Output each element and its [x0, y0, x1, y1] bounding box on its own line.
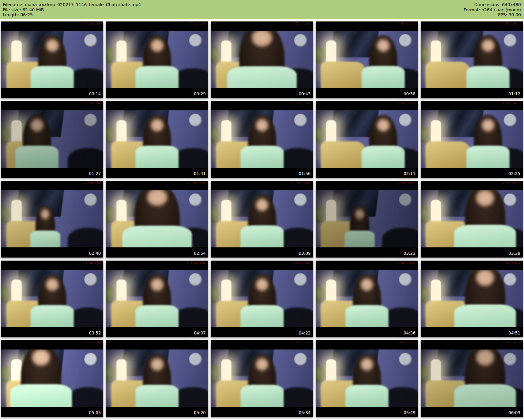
shirt-silhouette: [135, 385, 179, 407]
dark-chair: [382, 228, 418, 247]
video-thumbnail[interactable]: © Chaturbate 00:14: [1, 21, 103, 98]
video-frame-placeholder: [106, 110, 208, 168]
person-placeholder: [238, 115, 285, 168]
watermark: © Chaturbate: [397, 342, 415, 344]
watermark: © Chaturbate: [292, 102, 310, 105]
person-placeholder: [344, 206, 376, 247]
watermark: © Chaturbate: [187, 262, 206, 264]
wall-clock-icon: [84, 193, 97, 206]
plant: [316, 47, 325, 64]
watermark: © Chaturbate: [292, 342, 310, 344]
wall-clock-icon: [294, 193, 307, 206]
plant: [211, 365, 220, 383]
person-placeholder: [344, 354, 390, 407]
video-thumbnail[interactable]: © Chaturbate 05:34: [211, 340, 313, 417]
watermark: © Chaturbate: [397, 182, 415, 185]
video-thumbnail[interactable]: © Chaturbate 03:09: [211, 181, 313, 258]
video-thumbnail[interactable]: © Chaturbate 04:22: [211, 261, 313, 337]
timestamp-label: 03:52: [89, 331, 101, 335]
video-thumbnail[interactable]: © Chaturbate 04:51: [421, 261, 523, 337]
shirt-silhouette: [31, 305, 74, 327]
dimensions-line: Dimensions: 640x480: [463, 2, 521, 7]
watermark: © Chaturbate: [187, 342, 206, 344]
video-thumbnail[interactable]: © Chaturbate 01:12: [421, 21, 523, 98]
video-thumbnail[interactable]: © Chaturbate 02:40: [1, 181, 103, 258]
video-frame-placeholder: [211, 190, 313, 247]
video-thumbnail[interactable]: © Chaturbate 05:49: [316, 340, 418, 417]
video-thumbnail[interactable]: © Chaturbate 03:52: [1, 261, 103, 337]
person-placeholder: [120, 190, 195, 247]
shirt-silhouette: [10, 384, 72, 407]
video-thumbnail[interactable]: © Chaturbate 02:54: [106, 181, 208, 258]
watermark: © Chaturbate: [502, 102, 520, 105]
plant: [421, 365, 430, 383]
watermark: © Chaturbate: [82, 102, 101, 105]
file-info-header: Filename: diana_xxxforu_020217_1146_fema…: [0, 0, 524, 19]
watermark: © Chaturbate: [82, 262, 101, 264]
plant: [316, 286, 325, 303]
plant: [421, 206, 430, 223]
person-placeholder: [29, 206, 62, 247]
wall-clock-icon: [189, 273, 202, 286]
watermark: © Chaturbate: [292, 262, 310, 264]
video-thumbnail[interactable]: © Chaturbate 01:41: [106, 101, 208, 178]
video-frame-placeholder: [1, 349, 103, 407]
timestamp-label: 01:27: [89, 171, 101, 176]
video-thumbnail[interactable]: © Chaturbate 01:56: [211, 101, 313, 178]
video-thumbnail[interactable]: © Chaturbate 04:36: [316, 261, 418, 337]
video-thumbnail[interactable]: © Chaturbate 05:05: [1, 340, 103, 417]
dark-chair: [68, 148, 104, 168]
timestamp-label: 04:36: [404, 331, 416, 335]
plant: [106, 206, 115, 223]
video-thumbnail[interactable]: © Chaturbate 00:29: [106, 21, 208, 98]
shirt-silhouette: [240, 305, 283, 327]
video-frame-placeholder: [421, 31, 523, 88]
person-placeholder: [29, 274, 76, 327]
watermark: © Chaturbate: [502, 182, 520, 185]
watermark: © Chaturbate: [502, 342, 520, 344]
watermark: © Chaturbate: [292, 23, 310, 25]
armchair: [426, 141, 471, 168]
shirt-silhouette: [345, 231, 375, 247]
fps-line: FPS: 30.00: [463, 12, 521, 17]
watermark: © Chaturbate: [82, 182, 101, 185]
person-placeholder: [465, 115, 511, 168]
video-thumbnail[interactable]: © Chaturbate 03:23: [316, 181, 418, 258]
video-thumbnail[interactable]: © Chaturbate 05:20: [106, 340, 208, 417]
video-thumbnail[interactable]: © Chaturbate 02:11: [316, 101, 418, 178]
timestamp-label: 01:41: [194, 171, 206, 176]
person-placeholder: [134, 35, 180, 88]
wall-clock-icon: [399, 353, 412, 366]
video-frame-placeholder: [106, 190, 208, 247]
video-frame-placeholder: [421, 110, 523, 168]
watermark: © Chaturbate: [82, 342, 101, 344]
video-thumbnail[interactable]: © Chaturbate 00:58: [316, 21, 418, 98]
shirt-silhouette: [362, 146, 405, 168]
shirt-silhouette: [15, 146, 59, 168]
person-placeholder: [134, 115, 180, 168]
person-placeholder: [134, 274, 180, 327]
timestamp-label: 05:49: [404, 410, 416, 415]
video-thumbnail[interactable]: © Chaturbate 04:07: [106, 261, 208, 337]
video-thumbnail[interactable]: © Chaturbate 02:25: [421, 101, 523, 178]
video-thumbnail[interactable]: © Chaturbate 00:43: [211, 21, 313, 98]
plant: [1, 206, 10, 223]
shirt-silhouette: [135, 66, 179, 88]
video-thumbnail[interactable]: © Chaturbate 03:38: [421, 181, 523, 258]
person-placeholder: [451, 270, 519, 327]
video-frame-placeholder: [316, 270, 418, 327]
plant: [316, 126, 325, 143]
video-frame-placeholder: [1, 190, 103, 247]
person-placeholder: [238, 354, 285, 407]
wall-clock-icon: [399, 193, 412, 206]
video-frame-placeholder: [211, 349, 313, 407]
video-frame-placeholder: [211, 270, 313, 327]
video-frame-placeholder: [106, 31, 208, 88]
video-thumbnail[interactable]: © Chaturbate 06:03: [421, 340, 523, 417]
video-thumbnail[interactable]: © Chaturbate 01:27: [1, 101, 103, 178]
person-placeholder: [13, 115, 60, 168]
wall-clock-icon: [189, 353, 202, 366]
watermark: © Chaturbate: [187, 23, 206, 25]
face-placeholder: [355, 209, 364, 219]
timestamp-label: 03:38: [508, 251, 520, 255]
